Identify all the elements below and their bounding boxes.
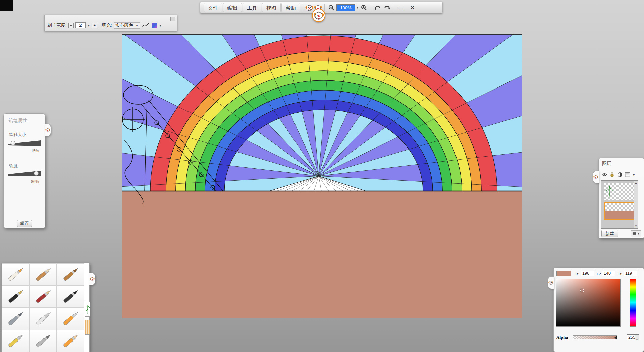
fill-label: 填充:: [102, 22, 112, 28]
drawing-canvas[interactable]: [122, 34, 522, 317]
new-layer-button[interactable]: 新建: [601, 230, 618, 237]
layer-menu-button[interactable]: ▾: [631, 230, 641, 237]
alpha-label: Alpha: [556, 335, 568, 340]
alpha-value-input[interactable]: 255 ▲▼: [627, 334, 639, 340]
g-input[interactable]: 140: [602, 271, 615, 276]
reset-button[interactable]: 重置: [17, 220, 32, 227]
pencil-properties-panel: 铅笔属性 笔触大小 15% 软度 86% 重置: [3, 113, 45, 228]
alpha-spinner[interactable]: ▲▼: [635, 335, 639, 340]
layer-visibility-eye-icon[interactable]: [601, 172, 607, 178]
zoom-dropdown-caret-icon[interactable]: ▾: [356, 6, 359, 9]
toolbar-separator: [303, 4, 303, 11]
brush-cell-log-brush[interactable]: [57, 263, 84, 286]
brush-cell-crayon[interactable]: [57, 330, 84, 352]
menu-help[interactable]: 帮助: [281, 3, 300, 12]
brush-width-plus-button[interactable]: +: [92, 23, 97, 28]
layer-blend-contrast-icon[interactable]: [617, 172, 623, 178]
brush-preview-sprig[interactable]: [85, 302, 90, 317]
brush-cell-wood-brush[interactable]: [29, 263, 57, 286]
brush-cell-cone-pencil[interactable]: [2, 263, 29, 286]
color-panel: R: 196 G: 140 B: 119 Alpha 255 ▲▼: [553, 268, 644, 352]
alpha-slider-thumb[interactable]: [614, 336, 617, 340]
brush-preview-stripes[interactable]: [85, 320, 90, 335]
app-icon: [0, 0, 13, 11]
softness-slider[interactable]: [8, 171, 41, 176]
menu-edit[interactable]: 编辑: [223, 3, 242, 12]
alpha-gradient: [573, 336, 616, 339]
sv-gradient[interactable]: [556, 279, 621, 327]
layer-ground-thumbnail-fill: [605, 211, 634, 219]
layer-list-icon[interactable]: [625, 172, 631, 178]
options-grip[interactable]: [170, 17, 175, 21]
toolbar-handle-clown-icon[interactable]: [312, 9, 325, 22]
zoom-in-icon[interactable]: [360, 3, 368, 12]
layers-panel-title: 图层: [602, 161, 611, 167]
r-input[interactable]: 196: [581, 271, 594, 276]
fill-dropdown-caret-icon: ▾: [136, 24, 139, 27]
color-panel-handle[interactable]: [548, 276, 554, 289]
redo-icon[interactable]: [383, 3, 391, 12]
r-label: R:: [575, 271, 579, 277]
layers-handle-clown-icon: [593, 174, 598, 180]
brush-cell-airbrush[interactable]: [2, 308, 29, 330]
stroke-color-caret-icon[interactable]: ▾: [159, 24, 162, 27]
hue-bar[interactable]: [630, 279, 636, 327]
alpha-slider[interactable]: [573, 335, 617, 339]
brush-size-slider[interactable]: [8, 140, 41, 146]
layers-panel: 图层 ▾ ▲ ▼ 新建 ▾: [598, 158, 644, 238]
current-color-swatch[interactable]: [556, 271, 571, 276]
size-slider-knob[interactable]: [11, 141, 15, 145]
brush-cell-ink-brush[interactable]: [57, 286, 84, 308]
clown-tool-1-clown-icon[interactable]: [305, 4, 313, 12]
artwork-svg: [122, 35, 522, 318]
layer-list-scrollbar[interactable]: ▲ ▼: [634, 181, 638, 228]
toolbar-separator: [394, 4, 394, 11]
stroke-curve-icon[interactable]: [142, 22, 150, 29]
menu-view[interactable]: 视图: [262, 3, 281, 12]
brush-size-value: 15%: [31, 149, 39, 153]
brush-width-minus-button[interactable]: −: [68, 23, 74, 28]
layer-item-sketch[interactable]: [604, 183, 635, 200]
brush-cell-red-brush[interactable]: [29, 286, 57, 308]
menu-file[interactable]: 文件: [204, 3, 222, 12]
pencil-panel-title: 铅笔属性: [8, 118, 27, 124]
fill-type-dropdown[interactable]: 实心颜色 ▾: [114, 22, 140, 29]
brush-size-label: 笔触大小: [9, 132, 26, 138]
g-label: G:: [597, 271, 601, 277]
spinner-down-icon[interactable]: ▼: [636, 337, 638, 343]
toolbar-separator: [371, 4, 371, 11]
close-button[interactable]: ×: [407, 3, 417, 12]
stroke-color-swatch[interactable]: [152, 23, 157, 28]
softness-label: 软度: [9, 163, 18, 169]
brush-cell-paint-jar[interactable]: [2, 330, 29, 352]
layer-lock-icon[interactable]: [609, 172, 615, 178]
brush-cell-palette-knife[interactable]: [29, 308, 57, 330]
layer-menu-list-icon: [632, 231, 636, 236]
brush-handle-clown-icon: [90, 276, 95, 282]
brush-palette-panel: [1, 263, 90, 352]
pencil-panel-handle[interactable]: [45, 124, 51, 136]
brush-panel-handle[interactable]: [89, 273, 95, 285]
brush-width-value[interactable]: 2: [75, 22, 86, 28]
brush-cell-fountain-pen[interactable]: [2, 286, 29, 308]
menu-tools[interactable]: 工具: [243, 3, 261, 12]
zoom-level-field[interactable]: 100%: [336, 4, 355, 11]
b-input[interactable]: 119: [624, 271, 637, 276]
minimize-button[interactable]: —: [396, 3, 407, 12]
brush-cell-spear-brush[interactable]: [29, 330, 57, 352]
layers-panel-handle[interactable]: [593, 171, 599, 183]
layer-item-ground[interactable]: [604, 202, 635, 220]
toolbar-separator: [324, 4, 325, 11]
undo-icon[interactable]: [373, 3, 382, 12]
brush-width-caret-icon[interactable]: ▾: [87, 24, 90, 27]
layer-list: ▲ ▼: [601, 180, 638, 229]
softness-slider-knob[interactable]: [34, 171, 39, 176]
spinner-up-icon[interactable]: ▲: [636, 332, 638, 337]
scroll-down-icon[interactable]: ▼: [635, 225, 637, 228]
brush-cell-roller[interactable]: [57, 308, 84, 330]
b-label: B:: [618, 271, 622, 277]
layer-list-caret-icon[interactable]: ▾: [632, 173, 635, 177]
zoom-out-icon[interactable]: [327, 3, 336, 12]
scroll-up-icon[interactable]: ▲: [635, 181, 637, 184]
sv-cursor[interactable]: [580, 289, 584, 292]
